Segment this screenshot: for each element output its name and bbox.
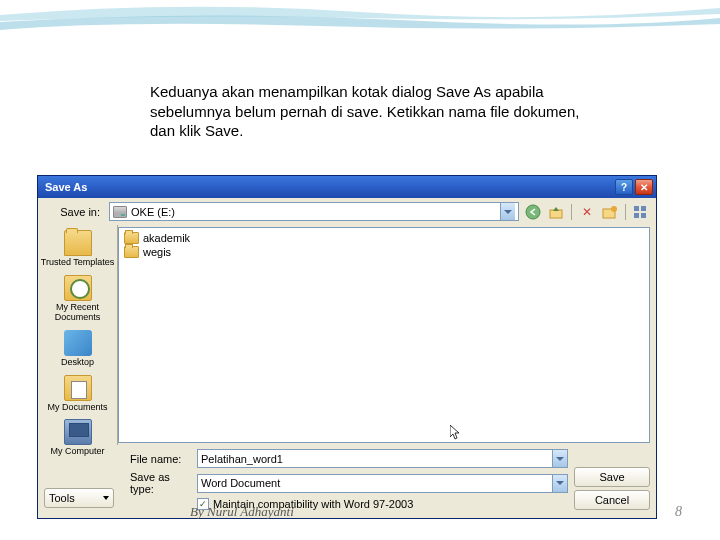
place-recent-documents[interactable]: My Recent Documents bbox=[38, 272, 117, 326]
place-trusted-templates[interactable]: Trusted Templates bbox=[38, 227, 117, 271]
save-as-type-dropdown[interactable]: Word Document bbox=[197, 474, 568, 493]
separator bbox=[625, 204, 626, 220]
place-desktop[interactable]: Desktop bbox=[38, 327, 117, 371]
page-number: 8 bbox=[675, 504, 682, 520]
svg-rect-7 bbox=[641, 213, 646, 218]
chevron-down-icon bbox=[552, 450, 567, 467]
place-my-documents[interactable]: My Documents bbox=[38, 372, 117, 416]
folder-icon bbox=[124, 232, 139, 244]
drive-icon bbox=[113, 206, 127, 218]
new-folder-icon[interactable] bbox=[601, 203, 619, 221]
up-icon[interactable] bbox=[547, 203, 565, 221]
separator bbox=[571, 204, 572, 220]
save-in-dropdown[interactable]: OKE (E:) bbox=[109, 202, 519, 221]
filename-input[interactable]: Pelatihan_word1 bbox=[197, 449, 568, 468]
computer-icon bbox=[64, 419, 92, 445]
folder-icon bbox=[64, 230, 92, 256]
cancel-button[interactable]: Cancel bbox=[574, 490, 650, 510]
save-in-label: Save in: bbox=[44, 206, 104, 218]
svg-rect-1 bbox=[550, 210, 562, 218]
chevron-down-icon bbox=[500, 203, 515, 220]
dialog-body: Trusted Templates My Recent Documents De… bbox=[38, 225, 656, 445]
list-item[interactable]: akademik bbox=[122, 231, 646, 245]
topbar: Save in: OKE (E:) ✕ bbox=[38, 198, 656, 225]
help-button[interactable]: ? bbox=[615, 179, 633, 195]
dialog-title: Save As bbox=[45, 181, 613, 193]
back-icon[interactable] bbox=[524, 203, 542, 221]
bottom-right: Save Cancel bbox=[574, 449, 650, 510]
close-button[interactable]: ✕ bbox=[635, 179, 653, 195]
documents-icon bbox=[64, 375, 92, 401]
svg-rect-5 bbox=[641, 206, 646, 211]
places-bar: Trusted Templates My Recent Documents De… bbox=[38, 225, 118, 445]
views-icon[interactable] bbox=[632, 203, 650, 221]
tools-button[interactable]: Tools bbox=[44, 488, 114, 508]
chevron-down-icon bbox=[552, 475, 567, 492]
save-as-type-label: Save as type: bbox=[130, 471, 193, 495]
svg-rect-6 bbox=[634, 213, 639, 218]
file-list-area[interactable]: akademik wegis bbox=[118, 227, 650, 443]
svg-rect-4 bbox=[634, 206, 639, 211]
list-item[interactable]: wegis bbox=[122, 245, 646, 259]
recent-icon bbox=[64, 275, 92, 301]
save-button[interactable]: Save bbox=[574, 467, 650, 487]
svg-point-0 bbox=[526, 205, 540, 219]
bottom-left: Tools bbox=[44, 449, 124, 510]
save-in-value: OKE (E:) bbox=[131, 206, 175, 218]
svg-point-3 bbox=[611, 206, 617, 212]
folder-icon bbox=[124, 246, 139, 258]
titlebar: Save As ? ✕ bbox=[38, 176, 656, 198]
desktop-icon bbox=[64, 330, 92, 356]
delete-icon[interactable]: ✕ bbox=[578, 203, 596, 221]
filename-label: File name: bbox=[130, 453, 193, 465]
footer-author: By Nurul Adhayanti bbox=[190, 504, 294, 520]
bottom-mid: File name: Pelatihan_word1 Save as type:… bbox=[130, 449, 568, 510]
dialog-bottom: Tools File name: Pelatihan_word1 Save as… bbox=[38, 445, 656, 518]
save-as-dialog: Save As ? ✕ Save in: OKE (E:) ✕ Tru bbox=[37, 175, 657, 519]
intro-paragraph: Keduanya akan menampilkan kotak dialog S… bbox=[150, 82, 580, 141]
decorative-wave bbox=[0, 0, 720, 50]
